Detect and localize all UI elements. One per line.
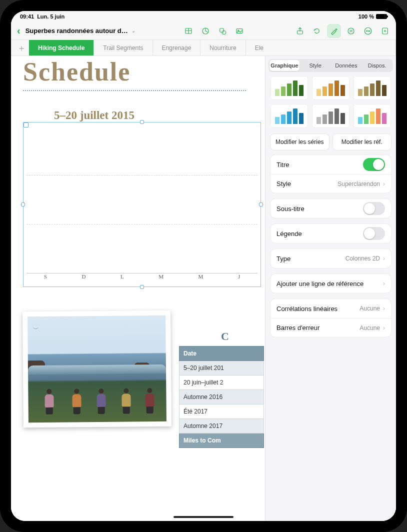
row-value: Superclarendon (338, 180, 380, 188)
table-row[interactable]: 20 juin–juillet 2 (179, 376, 264, 390)
sheet-tabs: ＋ Hiking Schedule Trail Segments Engrena… (11, 40, 396, 56)
page-title: Schedule (23, 57, 130, 86)
document-title: Superbes randonnées autour d...que (26, 27, 130, 34)
bar-value-label: 9 (127, 276, 144, 284)
svg-point-14 (368, 30, 368, 32)
bar-value-label: 12 (166, 276, 182, 284)
undo-button[interactable] (310, 24, 324, 38)
row-label: Ajouter une ligne de référence (276, 280, 364, 288)
axis-tick-label: M (198, 274, 204, 284)
app-toolbar: ‹ Superbes randonnées autour d...que ⌄ (11, 22, 396, 40)
row-chart-type[interactable]: Type Colonnes 2D› (270, 249, 391, 268)
table-row[interactable]: Été 2017 (179, 404, 264, 419)
new-sheet-button[interactable] (378, 24, 392, 38)
photo[interactable]: ︶ (22, 310, 172, 428)
chevron-right-icon: › (383, 324, 385, 332)
row-value: Aucune (360, 324, 380, 332)
tab-hiking-schedule[interactable]: Hiking Schedule (29, 40, 94, 56)
row-value: Colonnes 2D (346, 255, 380, 262)
resize-handle[interactable] (21, 202, 25, 206)
add-sheet-button[interactable]: ＋ (14, 40, 29, 56)
back-button[interactable]: ‹ (15, 25, 22, 36)
resize-handle[interactable] (140, 120, 144, 124)
chart-selection[interactable]: 14139121314 SDLMMJ (23, 122, 261, 287)
table-row[interactable]: Automne 2016 (179, 390, 264, 404)
bird-icon: ︶ (33, 325, 39, 334)
share-button[interactable] (293, 24, 307, 38)
panel-segments[interactable]: Graphique Style Données Dispos. (268, 59, 393, 72)
toggle-off-icon[interactable] (363, 227, 385, 240)
seg-style[interactable]: Style (300, 60, 330, 71)
svg-point-15 (369, 30, 370, 32)
axis-tick-label: L (120, 274, 124, 284)
organize-button[interactable] (344, 24, 358, 38)
bar-value-label: 13 (88, 276, 106, 284)
divider (23, 90, 246, 91)
row-legend-toggle[interactable]: Légende (270, 224, 391, 243)
chart-title: 5–20 juillet 2015 (54, 109, 134, 122)
canvas[interactable]: Schedule 5–20 juillet 2015 14139121314 S… (11, 56, 396, 521)
resize-handle[interactable] (140, 285, 144, 289)
chart-style-thumb[interactable] (270, 104, 308, 128)
seg-graphique[interactable]: Graphique (270, 60, 300, 71)
tab-engrenage[interactable]: Engrenage (153, 40, 201, 56)
home-indicator[interactable] (174, 516, 234, 518)
status-time: 09:41 (20, 14, 34, 20)
row-subtitle-toggle[interactable]: Sous-titre (270, 199, 391, 218)
chart-style-thumb[interactable] (354, 104, 391, 128)
insert-table-button[interactable] (182, 24, 196, 38)
resize-handle[interactable] (259, 202, 263, 206)
axis-tick-label: M (158, 274, 164, 284)
row-label: Sous-titre (276, 205, 304, 212)
format-button[interactable] (327, 24, 341, 38)
status-bar: 09:41 Lun. 5 juin 100 % (11, 11, 396, 22)
toggle-on-icon[interactable] (363, 158, 385, 171)
data-table[interactable]: Date 5–20 juillet 201 20 juin–juillet 2 … (179, 346, 264, 448)
tab-trail-segments[interactable]: Trail Segments (94, 40, 152, 56)
photo-image: ︶ (28, 316, 166, 422)
row-title-toggle[interactable]: Titre (270, 155, 391, 174)
table-row[interactable]: 5–20 juillet 201 (179, 361, 264, 376)
edit-series-button[interactable]: Modifier les séries (270, 134, 329, 150)
insert-media-button[interactable] (232, 24, 246, 38)
table-header[interactable]: Date (179, 346, 264, 361)
seg-disposition[interactable]: Dispos. (362, 60, 392, 71)
status-date: Lun. 5 juin (37, 14, 64, 20)
table-footer[interactable]: Miles to Com (179, 434, 264, 448)
chart-style-thumb[interactable] (312, 104, 350, 128)
table-row[interactable]: Automne 2017 (179, 419, 264, 434)
row-label: Style (276, 180, 291, 188)
bar-value-label: 13 (204, 276, 221, 284)
seg-donnees[interactable]: Données (332, 60, 362, 71)
chevron-right-icon: › (383, 255, 385, 262)
row-value: Aucune (360, 305, 380, 312)
chevron-right-icon: › (383, 305, 385, 312)
format-panel: Graphique Style Données Dispos. Modifier… (265, 56, 396, 521)
row-trendlines[interactable]: Corrélations linéaires Aucune› (270, 299, 391, 318)
svg-point-13 (366, 30, 367, 32)
row-label: Corrélations linéaires (276, 305, 338, 312)
insert-chart-button[interactable] (198, 24, 212, 38)
axis-tick-label: D (82, 274, 86, 284)
row-label: Légende (276, 230, 302, 238)
more-button[interactable] (361, 24, 375, 38)
edit-references-button[interactable]: Modifier les réf. (333, 134, 392, 150)
tab-nourriture[interactable]: Nourriture (200, 40, 246, 56)
row-label: Titre (276, 161, 290, 168)
row-error-bars[interactable]: Barres d'erreur Aucune› (270, 318, 391, 337)
chart-style-thumb[interactable] (312, 76, 350, 100)
row-title-style[interactable]: Style Superclarendon› (270, 174, 391, 193)
chart-style-thumb[interactable] (270, 76, 308, 100)
insert-shape-button[interactable] (216, 24, 230, 38)
row-add-reference-line[interactable]: Ajouter une ligne de référence › (270, 274, 391, 293)
status-battery-text: 100 % (358, 14, 374, 20)
document-title-menu[interactable]: Superbes randonnées autour d...que ⌄ (26, 27, 136, 34)
chevron-right-icon: › (383, 180, 385, 188)
bar-value-label: 14 (50, 276, 67, 284)
toggle-off-icon[interactable] (363, 202, 385, 215)
svg-point-9 (348, 28, 354, 34)
tab-overflow[interactable]: Ele (246, 40, 396, 56)
chart-style-thumb[interactable] (354, 76, 391, 100)
row-label: Type (276, 255, 290, 262)
svg-point-5 (222, 30, 226, 34)
